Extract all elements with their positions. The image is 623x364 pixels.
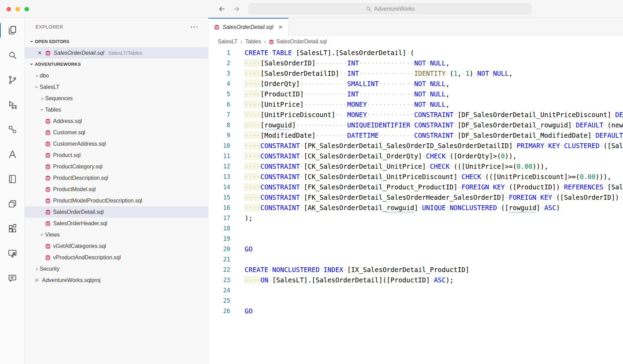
code-line-7[interactable]: 7····[UnitPriceDiscount]···MONEY········…: [208, 110, 623, 120]
section-workspace[interactable]: › ADVENTUREWORKS: [25, 59, 208, 70]
code-line-17[interactable]: 17);: [208, 213, 623, 223]
line-number[interactable]: 17: [208, 213, 230, 223]
minimize-window-button[interactable]: [16, 7, 20, 11]
line-number[interactable]: 5: [208, 89, 230, 99]
line-number[interactable]: 8: [208, 120, 230, 130]
code-editor[interactable]: 1CREATE·TABLE·[SalesLT].[SalesOrderDetai…: [208, 48, 623, 364]
tree-item-salesorderheader-sql[interactable]: SalesOrderHeader.sql: [25, 218, 208, 229]
command-center-search[interactable]: AdventureWorks: [249, 3, 531, 14]
line-number[interactable]: 19: [208, 233, 230, 244]
line-number[interactable]: 25: [208, 295, 230, 306]
code-line-22[interactable]: 22CREATE·NONCLUSTERED·INDEX·[IX_SalesOrd…: [208, 264, 623, 275]
line-number[interactable]: 18: [208, 223, 230, 233]
tree-item-vproductanddescription-sql[interactable]: vProductAndDescription.sql: [25, 252, 208, 263]
activity-feedback[interactable]: [0, 266, 24, 291]
back-button[interactable]: [218, 5, 226, 13]
line-number[interactable]: 6: [208, 99, 230, 110]
tree-item-productcategory-sql[interactable]: ProductCategory.sql: [25, 161, 208, 172]
activity-editor-windows[interactable]: [0, 191, 24, 216]
code-line-14[interactable]: 14····CONSTRAINT·[FK_SalesOrderDetail_Pr…: [208, 182, 623, 192]
tree-item-salesorderdetail-sql[interactable]: SalesOrderDetail.sql: [25, 206, 208, 218]
line-number[interactable]: 12: [208, 161, 230, 171]
code-line-16[interactable]: 16····CONSTRAINT·[AK_SalesOrderDetail_ro…: [208, 202, 623, 213]
code-line-25[interactable]: 25: [208, 295, 623, 306]
code-line-5[interactable]: 5····[ProductID]···········INT··········…: [208, 89, 623, 99]
code-line-9[interactable]: 9····[ModifiedDate]········DATETIME·····…: [208, 130, 623, 141]
code-line-19[interactable]: 19: [208, 233, 623, 244]
code-line-23[interactable]: 23····ON·[SalesLT].[SalesOrderDetail]([P…: [208, 275, 623, 285]
tree-item-adventureworks-sqlproj[interactable]: AdventureWorks.sqlproj: [25, 274, 208, 286]
activity-search[interactable]: [0, 43, 24, 67]
line-number[interactable]: 7: [208, 110, 230, 120]
code-token: ·: [603, 183, 607, 191]
tree-item-saleslt[interactable]: ›SalesLT: [25, 81, 208, 93]
code-line-10[interactable]: 10····CONSTRAINT·[PK_SalesOrderDetail_Sa…: [208, 141, 623, 151]
line-number[interactable]: 3: [208, 68, 230, 79]
close-window-button[interactable]: [7, 7, 11, 11]
line-number[interactable]: 11: [208, 151, 230, 161]
code-line-4[interactable]: 4····[OrderQty]············SMALLINT·····…: [208, 79, 623, 89]
code-line-20[interactable]: 20GO: [208, 244, 623, 254]
activity-azure[interactable]: [0, 142, 24, 167]
close-icon[interactable]: ✕: [38, 50, 42, 56]
line-number[interactable]: 1: [208, 48, 230, 58]
activity-run-debug[interactable]: [0, 92, 24, 117]
breadcrumb-file[interactable]: SalesOrderDetail.sql: [276, 39, 327, 45]
activity-notebooks[interactable]: [0, 167, 24, 191]
tree-item-productmodel-sql[interactable]: ProductModel.sql: [25, 184, 208, 195]
breadcrumb-folder[interactable]: Tables: [245, 39, 261, 45]
tree-item-address-sql[interactable]: Address.sql: [25, 115, 208, 127]
activity-remote-devices[interactable]: [0, 241, 24, 266]
code-line-21[interactable]: 21: [208, 254, 623, 264]
code-line-8[interactable]: 8····[rowguid]·············UNIQUEIDENTIF…: [208, 120, 623, 130]
tree-item-sequences[interactable]: ›Sequences: [25, 93, 208, 104]
line-number[interactable]: 4: [208, 79, 230, 89]
section-open-editors[interactable]: › OPEN EDITORS: [25, 36, 208, 47]
code-line-6[interactable]: 6····[UnitPrice]···········MONEY········…: [208, 99, 623, 110]
activity-source-control[interactable]: [0, 67, 24, 92]
code-line-1[interactable]: 1CREATE·TABLE·[SalesLT].[SalesOrderDetai…: [208, 48, 623, 58]
line-number[interactable]: 23: [208, 275, 230, 285]
tree-item-productmodelproductdescription-sql[interactable]: ProductModelProductDescription.sql: [25, 195, 208, 206]
tree-item-security[interactable]: ›Security: [25, 263, 208, 274]
line-number[interactable]: 13: [208, 171, 230, 182]
tree-item-productdescription-sql[interactable]: ProductDescription.sql: [25, 172, 208, 184]
tab-salesorderdetail-sql[interactable]: SalesOrderDetail.sql ✕: [208, 18, 288, 36]
code-line-24[interactable]: 24: [208, 285, 623, 295]
breadcrumb-schema[interactable]: SalesLT: [218, 39, 238, 45]
line-number[interactable]: 15: [208, 192, 230, 202]
code-line-13[interactable]: 13····CONSTRAINT·[CK_SalesOrderDetail_Un…: [208, 171, 623, 182]
line-number[interactable]: 20: [208, 244, 230, 254]
tree-item-product-sql[interactable]: Product.sql: [25, 149, 208, 161]
open-editor-item[interactable]: ✕ SalesOrderDetail.sql SalesLT/Tables: [25, 47, 208, 59]
tree-item-dbo[interactable]: ›dbo: [25, 70, 208, 81]
line-number[interactable]: 2: [208, 58, 230, 68]
line-number[interactable]: 16: [208, 202, 230, 213]
line-number[interactable]: 21: [208, 254, 230, 264]
code-line-15[interactable]: 15····CONSTRAINT·[FK_SalesOrderDetail_Sa…: [208, 192, 623, 202]
code-line-12[interactable]: 12····CONSTRAINT·[CK_SalesOrderDetail_Un…: [208, 161, 623, 171]
line-number[interactable]: 14: [208, 182, 230, 192]
line-number[interactable]: 24: [208, 285, 230, 295]
code-line-11[interactable]: 11····CONSTRAINT·[CK_SalesOrderDetail_Or…: [208, 151, 623, 161]
zoom-window-button[interactable]: [24, 7, 29, 11]
code-line-2[interactable]: 2····[SalesOrderID]········INT··········…: [208, 58, 623, 68]
forward-button[interactable]: [232, 5, 241, 13]
code-line-3[interactable]: 3····[SalesOrderDetailID]··INT··········…: [208, 68, 623, 79]
tree-item-vgetallcategories-sql[interactable]: vGetAllCategories.sql: [25, 240, 208, 252]
tree-item-tables[interactable]: ›Tables: [25, 104, 208, 115]
line-number[interactable]: 9: [208, 130, 230, 141]
activity-explorer[interactable]: [0, 18, 24, 43]
line-number[interactable]: 26: [208, 306, 230, 316]
code-line-18[interactable]: 18: [208, 223, 623, 233]
activity-extensions[interactable]: [0, 216, 24, 241]
code-line-26[interactable]: 26GO: [208, 306, 623, 316]
line-number[interactable]: 22: [208, 264, 230, 275]
tree-item-customeraddress-sql[interactable]: CustomerAddress.sql: [25, 138, 208, 149]
line-number[interactable]: 10: [208, 141, 230, 151]
tree-item-views[interactable]: ›Views: [25, 229, 208, 240]
tree-item-customer-sql[interactable]: Customer.sql: [25, 127, 208, 138]
activity-references[interactable]: [0, 117, 24, 142]
close-icon[interactable]: ✕: [278, 24, 283, 30]
more-actions-icon[interactable]: ⋯: [190, 23, 199, 31]
